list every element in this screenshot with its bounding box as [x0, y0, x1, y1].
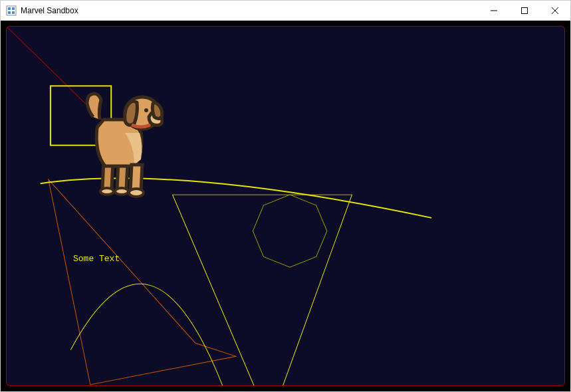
- canvas-text-label: Some Text: [73, 254, 120, 264]
- maximize-button[interactable]: [509, 1, 540, 21]
- svg-point-14: [129, 189, 144, 197]
- dog-image: [77, 86, 164, 209]
- svg-rect-3: [8, 11, 11, 14]
- svg-rect-6: [522, 8, 528, 14]
- svg-point-11: [144, 108, 148, 112]
- svg-rect-1: [8, 7, 11, 10]
- svg-point-13: [115, 188, 128, 195]
- shape-quad: [49, 179, 236, 385]
- client-area: Some Text: [1, 21, 570, 391]
- svg-rect-4: [12, 11, 15, 14]
- shape-triangle: [173, 195, 352, 385]
- app-window: Marvel Sandbox: [0, 0, 571, 392]
- minimize-button[interactable]: [479, 1, 509, 21]
- svg-rect-2: [12, 7, 15, 10]
- svg-point-12: [100, 188, 114, 195]
- titlebar[interactable]: Marvel Sandbox: [1, 1, 570, 21]
- shape-circle: [253, 195, 327, 267]
- shape-bezier: [70, 284, 226, 385]
- drawing-canvas[interactable]: Some Text: [6, 26, 565, 386]
- window-controls: [479, 1, 570, 21]
- close-button[interactable]: [540, 1, 570, 21]
- app-icon: [6, 5, 17, 16]
- window-title: Marvel Sandbox: [21, 6, 78, 15]
